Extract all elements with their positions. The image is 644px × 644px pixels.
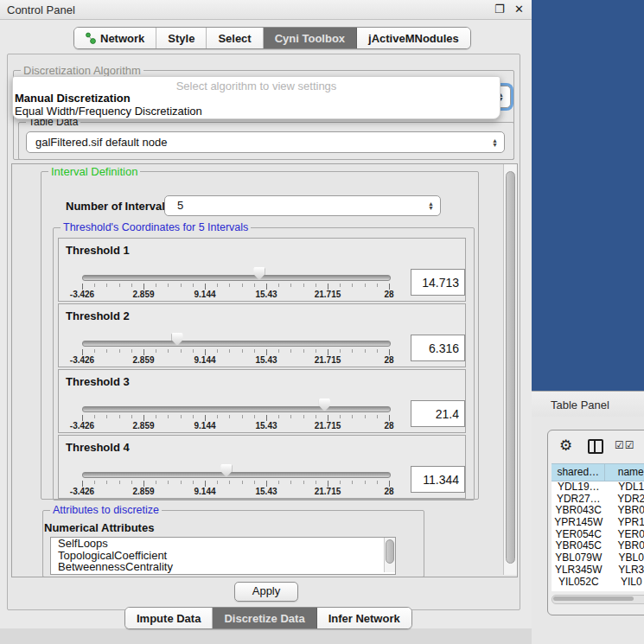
cell-name[interactable]: YBR0 <box>605 540 644 552</box>
number-of-intervals-combo[interactable]: 5 ▲▼ <box>164 195 441 216</box>
table-row[interactable]: YBL079WYBL0 <box>552 552 644 564</box>
threshold-slider-track[interactable] <box>82 275 391 281</box>
slider-tick-label: 21.715 <box>315 421 341 430</box>
cell-shared-name[interactable]: YER054C <box>552 529 605 541</box>
tab-label: Select <box>218 32 251 45</box>
slider-major-ticks <box>82 481 389 487</box>
table-window: ⚙ ☑☑ shared… name YDL19…YDL1YDR27…YDR2YB… <box>547 430 644 615</box>
attribute-list-item[interactable]: TopologicalCoefficient <box>51 550 395 562</box>
threshold-panel-1: Threshold 1-3.4262.8599.14415.4321.71528 <box>58 238 466 302</box>
attribute-list-item[interactable]: SelfLoops <box>51 538 395 550</box>
attribute-list-item[interactable]: BetweennessCentrality <box>51 561 395 573</box>
numerical-attributes-list[interactable]: SelfLoopsTopologicalCoefficientBetweenne… <box>50 537 396 575</box>
slider-tick-labels: -3.4262.8599.14415.4321.71528 <box>82 290 389 299</box>
cell-name[interactable]: YDL1 <box>605 481 644 494</box>
slider-major-ticks <box>82 415 389 421</box>
table-panel-title: Table Panel <box>551 399 609 411</box>
cell-name[interactable]: YIL0 <box>605 577 644 589</box>
table-row[interactable]: YER054CYER0 <box>552 529 644 541</box>
cell-shared-name[interactable]: YBL079W <box>552 552 605 564</box>
table-row[interactable]: YLR345WYLR3 <box>552 564 644 577</box>
scrollbar-thumb[interactable] <box>553 596 634 601</box>
table-body: YDL19…YDL1YDR27…YDR2YBR043CYBR0YPR145WYP… <box>552 481 644 588</box>
slider-tick-label: 9.144 <box>194 290 215 299</box>
slider-tick-label: 15.43 <box>255 421 277 430</box>
bottom-tab-impute-data[interactable]: Impute Data <box>125 608 213 628</box>
columns-icon[interactable] <box>588 439 603 454</box>
tab-jactivemnodules[interactable]: jActiveMNodules <box>357 28 470 48</box>
column-header-name[interactable]: name <box>605 463 644 481</box>
threshold-slider-track[interactable] <box>82 472 391 478</box>
numerical-attributes-heading: Numerical Attributes <box>44 521 154 534</box>
threshold-value-field[interactable] <box>411 466 465 493</box>
table-hscrollbar[interactable] <box>552 595 644 604</box>
slider-tick-label: 15.43 <box>255 290 277 299</box>
cell-name[interactable]: YBR0 <box>605 505 644 517</box>
settings-scroll-panel: Interval Definition Number of Intervals … <box>11 163 518 577</box>
table-row[interactable]: YIL052CYIL0 <box>552 577 644 589</box>
cell-name[interactable]: YDR2 <box>605 494 644 506</box>
cell-name[interactable]: YPR1 <box>605 517 644 529</box>
cell-shared-name[interactable]: YPR145W <box>552 517 605 529</box>
table-row[interactable]: YDR27…YDR2 <box>552 494 644 506</box>
close-icon[interactable]: ✕ <box>514 3 524 16</box>
slider-tick-label: 28 <box>384 355 393 365</box>
table-row[interactable]: YBR045CYBR0 <box>552 540 644 552</box>
slider-tick-labels: -3.4262.8599.14415.4321.71528 <box>82 355 389 365</box>
cell-shared-name[interactable]: YBR043C <box>552 505 605 517</box>
number-of-intervals-label: Number of Intervals <box>66 200 171 213</box>
slider-tick-label: 15.43 <box>255 355 277 365</box>
threshold-slider-track[interactable] <box>82 406 391 412</box>
algorithm-option-equal-width[interactable]: Equal Width/Frequency Discretization <box>15 105 202 118</box>
interval-definition-group: Interval Definition Number of Intervals … <box>41 171 479 500</box>
column-header-shared-name[interactable]: shared… <box>552 463 605 481</box>
cell-shared-name[interactable]: YLR345W <box>552 564 605 577</box>
float-window-icon[interactable]: ❐ <box>494 3 505 16</box>
cell-shared-name[interactable]: YIL052C <box>552 577 605 589</box>
slider-tick-label: 2.859 <box>132 355 154 365</box>
apply-button[interactable]: Apply <box>234 582 298 602</box>
network-icon <box>86 32 96 44</box>
bottom-tab-label: Infer Network <box>328 612 400 625</box>
algorithm-dropdown-popup: Select algorithm to view settings Manual… <box>12 76 501 119</box>
cell-shared-name[interactable]: YDR27… <box>552 494 605 506</box>
table-row[interactable]: YDL19…YDL1 <box>552 481 644 494</box>
slider-tick-label: -3.426 <box>70 290 94 299</box>
threshold-value-field[interactable] <box>411 269 465 296</box>
tab-network[interactable]: Network <box>74 28 156 48</box>
tab-style[interactable]: Style <box>156 28 207 48</box>
bottom-tab-discretize-data[interactable]: Discretize Data <box>213 608 316 628</box>
threshold-slider-track[interactable] <box>82 341 391 347</box>
table-data-combo[interactable]: galFiltered.sif default node ▲▼ <box>26 131 505 153</box>
slider-tick-label: 21.715 <box>315 290 341 299</box>
slider-major-ticks <box>82 284 389 290</box>
tab-select[interactable]: Select <box>207 28 263 48</box>
tab-label: Style <box>168 32 194 45</box>
threshold-value-field[interactable] <box>411 400 465 427</box>
scrollbar-thumb[interactable] <box>506 171 515 564</box>
tab-label: jActiveMNodules <box>368 32 459 45</box>
table-data-group: Table Data galFiltered.sif default node … <box>18 122 514 160</box>
stepper-icon: ▲▼ <box>428 201 434 210</box>
bottom-tab-infer-network[interactable]: Infer Network <box>317 608 411 628</box>
thresholds-group-title: Threshold's Coordinates for 5 Intervals <box>61 221 251 233</box>
algorithm-popup-hint: Select algorithm to view settings <box>13 80 500 92</box>
slider-tick-label: 2.859 <box>132 290 154 299</box>
cell-shared-name[interactable]: YBR045C <box>552 540 605 552</box>
tab-cyni-toolbox[interactable]: Cyni Toolbox <box>264 28 357 48</box>
list-scrollbar[interactable] <box>384 538 395 572</box>
slider-major-ticks <box>82 349 389 355</box>
scrollbar-thumb[interactable] <box>386 539 394 564</box>
panel-scrollbar[interactable] <box>503 164 517 575</box>
threshold-value-field[interactable] <box>411 335 465 361</box>
control-panel: Control Panel ❐ ✕ NetworkStyleSelectCyni… <box>0 0 532 628</box>
gear-icon[interactable]: ⚙ <box>559 437 572 455</box>
algorithm-option-manual[interactable]: Manual Discretization <box>15 92 131 105</box>
table-row[interactable]: YBR043CYBR0 <box>552 505 644 517</box>
cell-name[interactable]: YLR3 <box>605 564 644 577</box>
cell-name[interactable]: YER0 <box>605 529 644 541</box>
cell-shared-name[interactable]: YDL19… <box>552 481 605 494</box>
cell-name[interactable]: YBL0 <box>605 552 644 564</box>
select-columns-checkboxes-icon[interactable]: ☑☑ <box>615 439 635 451</box>
table-row[interactable]: YPR145WYPR1 <box>552 517 644 529</box>
